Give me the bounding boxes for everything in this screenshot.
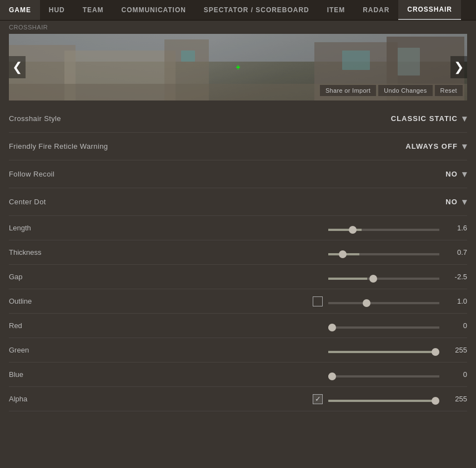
slider-controls-green: 255 [131,345,467,355]
slider-value-thickness: 0.7 [445,248,467,256]
checkbox-checked-alpha[interactable]: ✓ [313,394,323,404]
nav-item-game[interactable]: GAME [0,0,40,20]
center-dot-label: Center Dot [9,198,131,206]
crosshair-style-row: Crosshair Style CLASSIC STATIC ▾ [9,105,467,133]
slider-label-gap: Gap [9,273,131,281]
slider-row-thickness: Thickness0.7 [9,240,467,265]
preview-action-buttons: Share or Import Undo Changes Reset [320,85,463,96]
slider-value-green: 255 [445,346,467,354]
follow-recoil-label: Follow Recoil [9,170,131,178]
slider-row-gap: Gap-2.5 [9,265,467,289]
chevron-down-icon-3: ▾ [462,169,467,179]
crosshair-preview: ❮ ❯ + Share or Import Undo Changes Reset [9,34,467,100]
slider-track-green [328,345,439,355]
slider-input-alpha[interactable] [328,400,439,402]
friendly-fire-label: Friendly Fire Reticle Warning [9,142,131,150]
slider-controls-thickness: 0.7 [131,248,467,258]
slider-row-green: Green255 [9,338,467,363]
friendly-fire-value: ALWAYS OFF [405,142,458,150]
slider-track-length [328,223,439,233]
slider-input-blue[interactable] [328,375,439,378]
slider-value-red: 0 [445,321,467,330]
slider-controls-red: 0 [131,321,467,331]
slider-controls-outline: 1.0 [131,296,467,306]
chevron-down-icon-4: ▾ [462,197,467,207]
reset-button[interactable]: Reset [435,85,463,96]
checkbox-outline[interactable] [313,296,323,306]
crosshair-style-dropdown[interactable]: CLASSIC STATIC ▾ [391,113,467,124]
left-arrow-icon: ❮ [12,60,22,74]
slider-value-outline: 1.0 [445,297,467,305]
slider-controls-blue: 0 [131,370,467,380]
slider-track-blue [328,370,439,380]
center-dot-row: Center Dot NO ▾ [9,188,467,216]
slider-row-length: Length1.6 [9,216,467,240]
friendly-fire-control: ALWAYS OFF ▾ [131,141,467,152]
nav-item-team[interactable]: TEAM [74,0,113,20]
breadcrumb: CROSSHAIR [0,21,476,34]
top-navigation: GAME HUD TEAM COMMUNICATION SPECTATOR / … [0,0,476,21]
slider-value-gap: -2.5 [445,273,467,281]
slider-track-alpha [328,394,439,404]
slider-label-green: Green [9,346,131,354]
sliders-container: Length1.6Thickness0.7Gap-2.5Outline1.0Re… [9,216,467,411]
slider-input-outline[interactable] [328,302,439,304]
center-dot-dropdown[interactable]: NO ▾ [445,197,467,207]
slider-controls-alpha: ✓255 [131,394,467,404]
slider-label-blue: Blue [9,370,131,379]
slider-label-red: Red [9,321,131,330]
crosshair-plus: + [236,63,240,72]
slider-input-length[interactable] [328,229,439,231]
slider-input-thickness[interactable] [328,253,439,255]
undo-changes-button[interactable]: Undo Changes [378,85,432,96]
slider-track-thickness [328,248,439,258]
follow-recoil-value: NO [445,170,458,178]
slider-row-outline: Outline1.0 [9,289,467,314]
nav-item-crosshair[interactable]: CROSSHAIR [398,0,461,20]
settings-area: Crosshair Style CLASSIC STATIC ▾ Friendl… [0,105,476,411]
slider-track-red [328,321,439,331]
follow-recoil-control: NO ▾ [131,169,467,179]
chevron-down-icon-2: ▾ [462,141,467,152]
slider-row-red: Red0 [9,314,467,338]
crosshair-style-label: Crosshair Style [9,114,131,123]
share-import-button[interactable]: Share or Import [320,85,376,96]
center-dot-value: NO [445,198,458,206]
follow-recoil-dropdown[interactable]: NO ▾ [445,169,467,179]
friendly-fire-dropdown[interactable]: ALWAYS OFF ▾ [405,141,467,152]
friendly-fire-row: Friendly Fire Reticle Warning ALWAYS OFF… [9,133,467,160]
nav-item-spectator-scoreboard[interactable]: SPECTATOR / SCOREBOARD [195,0,318,20]
nav-item-communication[interactable]: COMMUNICATION [113,0,195,20]
slider-controls-gap: -2.5 [131,272,467,282]
slider-input-gap[interactable] [328,278,439,280]
chevron-down-icon: ▾ [462,113,467,124]
nav-item-radar[interactable]: RADAR [354,0,398,20]
slider-input-green[interactable] [328,351,439,353]
slider-label-outline: Outline [9,297,131,305]
preview-prev-button[interactable]: ❮ [9,56,26,78]
nav-item-hud[interactable]: HUD [40,0,74,20]
slider-row-blue: Blue0 [9,363,467,387]
nav-item-item[interactable]: ITEM [318,0,354,20]
slider-value-alpha: 255 [445,395,467,403]
crosshair-style-value: CLASSIC STATIC [391,114,458,123]
center-dot-control: NO ▾ [131,197,467,207]
slider-track-gap [328,272,439,282]
slider-input-red[interactable] [328,326,439,329]
preview-next-button[interactable]: ❯ [450,56,467,78]
slider-label-alpha: Alpha [9,395,131,403]
slider-row-alpha: Alpha✓255 [9,387,467,411]
slider-track-outline [328,296,439,306]
slider-label-length: Length [9,224,131,232]
slider-value-length: 1.6 [445,224,467,232]
right-arrow-icon: ❯ [454,60,464,74]
crosshair-style-control: CLASSIC STATIC ▾ [131,113,467,124]
slider-controls-length: 1.6 [131,223,467,233]
follow-recoil-row: Follow Recoil NO ▾ [9,160,467,188]
slider-label-thickness: Thickness [9,248,131,256]
slider-value-blue: 0 [445,370,467,379]
